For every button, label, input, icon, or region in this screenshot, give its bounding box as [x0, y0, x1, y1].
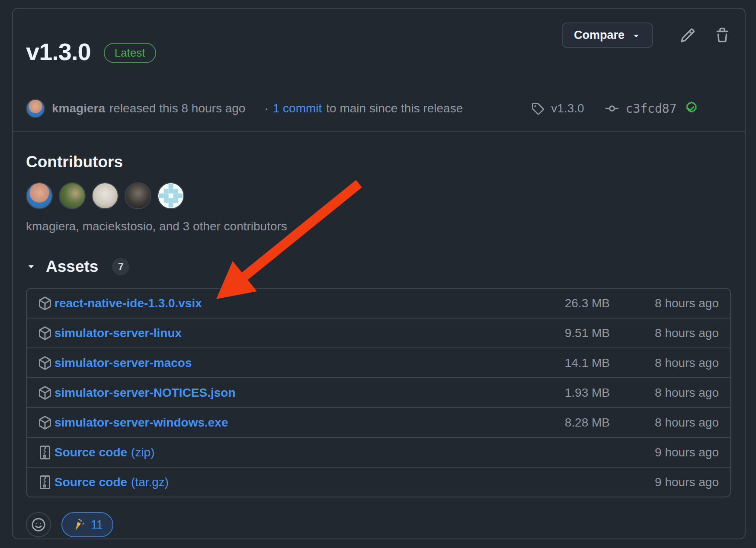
file-zip-icon [38, 446, 52, 459]
author-avatar[interactable] [26, 99, 45, 118]
asset-download-link[interactable]: simulator-server-macos [38, 356, 523, 370]
tag-name: v1.3.0 [551, 102, 584, 115]
verified-check-icon[interactable] [684, 101, 698, 116]
asset-name: simulator-server-linux [54, 326, 182, 340]
trash-icon [714, 28, 730, 43]
assets-count-badge: 7 [112, 258, 129, 275]
asset-name: simulator-server-macos [54, 356, 192, 370]
contributor-avatar-4[interactable] [125, 182, 151, 209]
asset-row: react-native-ide-1.3.0.vsix 26.3 MB 8 ho… [27, 289, 730, 318]
reaction-count: 11 [91, 518, 103, 532]
asset-size: 14.1 MB [523, 356, 610, 370]
release-title: v1.3.0 [26, 38, 91, 66]
compare-button[interactable]: Compare [562, 22, 653, 48]
tada-reaction-button[interactable]: 11 [61, 512, 113, 537]
commits-since-link[interactable]: 1 commit [273, 102, 322, 115]
latest-badge: Latest [104, 43, 156, 63]
package-icon [38, 356, 52, 370]
asset-download-link[interactable]: simulator-server-windows.exe [38, 416, 523, 430]
asset-download-link[interactable]: Source code (zip) [38, 446, 523, 459]
package-icon [38, 326, 52, 340]
asset-row: simulator-server-macos 14.1 MB 8 hours a… [27, 347, 730, 377]
released-text: released this 8 hours ago [109, 102, 245, 115]
chevron-down-icon [631, 31, 641, 40]
asset-download-link[interactable]: Source code (tar.gz) [38, 475, 523, 489]
asset-name: simulator-server-NOTICES.json [54, 386, 236, 400]
asset-download-link[interactable]: react-native-ide-1.3.0.vsix [38, 296, 523, 310]
asset-size: 8.28 MB [523, 416, 610, 430]
identicon-avatar [159, 184, 183, 207]
asset-name: react-native-ide-1.3.0.vsix [54, 296, 202, 310]
package-icon [38, 386, 52, 400]
asset-updated-time: 8 hours ago [610, 386, 719, 400]
add-reaction-button[interactable] [26, 512, 51, 537]
edit-release-button[interactable] [680, 28, 695, 43]
triangle-down-icon [26, 261, 36, 272]
compare-label: Compare [574, 29, 625, 42]
contributor-avatar-3[interactable] [92, 182, 119, 209]
delete-release-button[interactable] [714, 28, 730, 43]
contributors-heading: Contributors [26, 153, 731, 171]
smiley-icon [31, 517, 46, 532]
asset-rows: react-native-ide-1.3.0.vsix 26.3 MB 8 ho… [26, 288, 731, 497]
reactions-bar: 11 [26, 512, 731, 537]
asset-size: 1.93 MB [523, 386, 610, 400]
tag-icon [531, 102, 544, 115]
asset-suffix: (tar.gz) [131, 475, 169, 489]
contributors-summary: kmagiera, maciekstosio, and 3 other cont… [26, 220, 731, 233]
release-header: v1.3.0 Latest Compare [13, 9, 745, 132]
release-card: v1.3.0 Latest Compare [12, 8, 746, 539]
package-icon [38, 296, 52, 310]
asset-updated-time: 8 hours ago [610, 416, 719, 430]
pencil-icon [680, 28, 695, 43]
package-icon [38, 416, 52, 430]
asset-updated-time: 9 hours ago [610, 446, 719, 459]
asset-updated-time: 8 hours ago [610, 356, 719, 370]
asset-row: simulator-server-NOTICES.json 1.93 MB 8 … [27, 377, 730, 407]
asset-updated-time: 8 hours ago [610, 296, 719, 310]
assets-heading: Assets [46, 258, 98, 276]
asset-size: 9.51 MB [523, 326, 610, 340]
commit-icon [605, 102, 619, 115]
asset-updated-time: 8 hours ago [610, 326, 719, 340]
asset-name: Source code [54, 475, 127, 489]
contributor-avatars [26, 182, 731, 209]
party-popper-icon [72, 518, 86, 532]
file-zip-icon [38, 475, 52, 489]
asset-suffix: (zip) [131, 446, 154, 459]
asset-download-link[interactable]: simulator-server-linux [38, 326, 523, 340]
asset-download-link[interactable]: simulator-server-NOTICES.json [38, 386, 523, 400]
asset-updated-time: 9 hours ago [610, 475, 719, 489]
asset-row: simulator-server-linux 9.51 MB 8 hours a… [27, 318, 730, 347]
asset-name: simulator-server-windows.exe [54, 416, 228, 430]
author-login[interactable]: kmagiera [52, 102, 105, 115]
commit-sha[interactable]: c3fcd87 [626, 102, 677, 116]
contributor-avatar-5[interactable] [157, 182, 184, 209]
release-body: Contributors kmagiera, maciekstosio, and… [13, 132, 745, 537]
commits-since-text: to main since this release [326, 102, 463, 115]
asset-row: simulator-server-windows.exe 8.28 MB 8 h… [27, 407, 730, 437]
asset-row: Source code (zip) 9 hours ago [27, 437, 730, 467]
asset-name: Source code [54, 446, 127, 459]
dot-separator: · [264, 102, 268, 115]
contributor-avatar-2[interactable] [59, 182, 86, 209]
assets-toggle[interactable]: Assets 7 [26, 258, 731, 276]
contributor-avatar-1[interactable] [26, 182, 53, 209]
asset-size: 26.3 MB [523, 296, 610, 310]
asset-row: Source code (tar.gz) 9 hours ago [27, 467, 730, 497]
